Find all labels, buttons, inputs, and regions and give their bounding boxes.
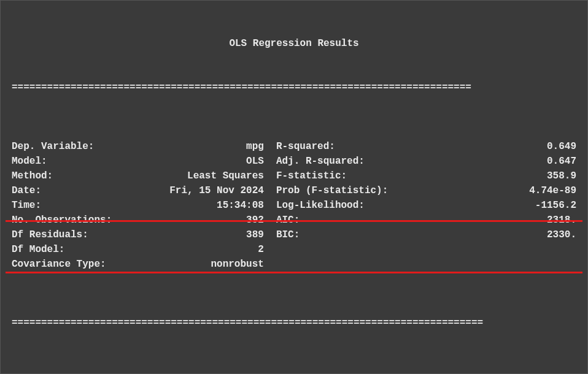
summary-label: Model: bbox=[12, 154, 47, 169]
summary-row: Date:Fri, 15 Nov 2024Prob (F-statistic):… bbox=[12, 183, 576, 198]
summary-label: Df Residuals: bbox=[12, 227, 88, 242]
summary-value: OLS bbox=[47, 154, 264, 169]
summary-label: Time: bbox=[12, 198, 41, 213]
summary-label: Covariance Type: bbox=[12, 257, 106, 272]
summary-value: 2330. bbox=[300, 227, 576, 242]
summary-label: Df Model: bbox=[12, 242, 64, 257]
summary-label: Adj. R-squared: bbox=[276, 154, 365, 169]
summary-label: Prob (F-statistic): bbox=[276, 183, 388, 198]
highlight-bar-bottom bbox=[6, 272, 582, 273]
summary-row: Df Residuals:389BIC:2330. bbox=[12, 227, 576, 242]
summary-row: Covariance Type:nonrobust bbox=[12, 257, 576, 272]
summary-row: Model:OLSAdj. R-squared:0.647 bbox=[12, 154, 576, 169]
divider-coef-top: ========================================… bbox=[12, 316, 576, 330]
highlight-bar-top bbox=[6, 220, 582, 222]
report-title: OLS Regression Results bbox=[12, 36, 576, 51]
summary-label: Method: bbox=[12, 169, 53, 183]
summary-value: nonrobust bbox=[106, 257, 264, 272]
summary-row: Dep. Variable:mpgR-squared:0.649 bbox=[12, 139, 576, 154]
summary-row: Time:15:34:08Log-Likelihood:-1156.2 bbox=[12, 198, 576, 213]
summary-value bbox=[276, 242, 576, 257]
summary-value: Least Squares bbox=[53, 169, 264, 183]
summary-value: 358.9 bbox=[347, 169, 576, 183]
summary-value: 15:34:08 bbox=[41, 198, 264, 213]
summary-value: 0.649 bbox=[335, 139, 576, 154]
summary-value: 389 bbox=[88, 227, 264, 242]
summary-value: -1156.2 bbox=[365, 198, 576, 213]
summary-value: 2 bbox=[64, 242, 263, 257]
summary-value: Fri, 15 Nov 2024 bbox=[41, 183, 264, 198]
summary-label: Date: bbox=[12, 183, 41, 198]
summary-block: Dep. Variable:mpgR-squared:0.649Model:OL… bbox=[12, 139, 576, 272]
summary-value: 0.647 bbox=[365, 154, 576, 169]
summary-row: Method:Least SquaresF-statistic:358.9 bbox=[12, 169, 576, 183]
summary-label: Dep. Variable: bbox=[12, 139, 94, 154]
summary-label: BIC: bbox=[276, 227, 300, 242]
summary-row: Df Model:2 bbox=[12, 242, 576, 257]
summary-label: Log-Likelihood: bbox=[276, 198, 365, 213]
summary-label: F-statistic: bbox=[276, 169, 347, 183]
ols-output: OLS Regression Results =================… bbox=[0, 0, 588, 374]
summary-label: R-squared: bbox=[276, 139, 335, 154]
divider-top: ========================================… bbox=[12, 80, 576, 95]
summary-value: mpg bbox=[94, 139, 263, 154]
summary-value: 4.74e-89 bbox=[388, 183, 576, 198]
summary-value bbox=[276, 257, 576, 272]
